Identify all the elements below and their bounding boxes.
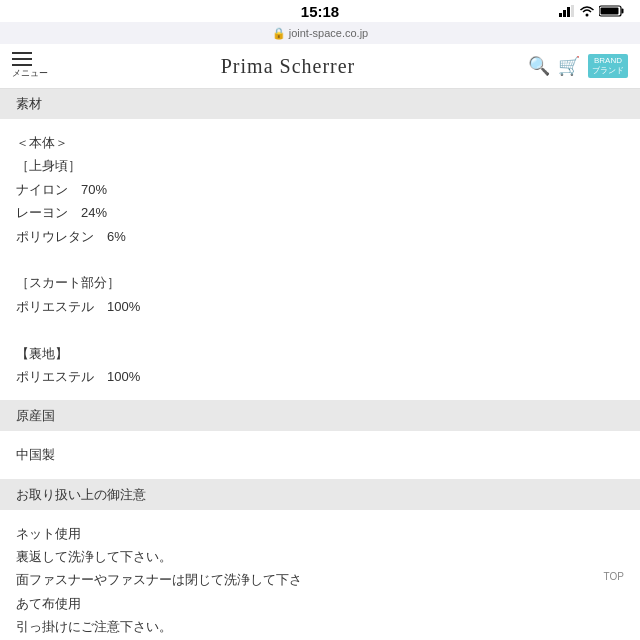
url-text: joint-space.co.jp (289, 27, 369, 39)
origin-section: 原産国 中国製 (0, 401, 640, 478)
care-header: お取り扱い上の御注意 (0, 480, 640, 510)
status-icons (559, 5, 624, 17)
svg-rect-0 (559, 13, 562, 17)
brand-badge-line1: BRAND (592, 56, 624, 66)
brand-name[interactable]: Prima Scherrer (221, 55, 356, 78)
menu-line-1 (12, 52, 32, 54)
svg-rect-6 (622, 9, 624, 14)
svg-point-4 (586, 14, 589, 17)
menu-line-3 (12, 64, 32, 66)
nav-right: 🔍 🛒 BRAND ブランド (528, 54, 628, 77)
material-section: 素材 ＜本体＞ ［上身頃］ ナイロン 70% レーヨン 24% ポリウレタン 6… (0, 89, 640, 400)
top-button[interactable]: TOP (604, 568, 624, 586)
url-bar: 🔒 joint-space.co.jp (0, 22, 640, 44)
care-section: お取り扱い上の御注意 ネット使用 裏返して洗浄して下さい。 面ファスナーやファス… (0, 480, 640, 633)
cart-icon[interactable]: 🛒 (558, 55, 580, 77)
origin-content: 中国製 (0, 431, 640, 478)
menu-label: メニュー (12, 67, 48, 80)
main-content: 素材 ＜本体＞ ［上身頃］ ナイロン 70% レーヨン 24% ポリウレタン 6… (0, 89, 640, 633)
status-bar: 15:18 (0, 0, 640, 22)
brand-badge[interactable]: BRAND ブランド (588, 54, 628, 77)
menu-button[interactable]: メニュー (12, 52, 48, 80)
svg-rect-7 (601, 8, 619, 15)
brand-badge-line2: ブランド (592, 66, 624, 76)
signal-icon (559, 5, 575, 17)
status-time: 15:18 (301, 3, 339, 20)
menu-line-2 (12, 58, 32, 60)
battery-icon (599, 5, 624, 17)
navbar: メニュー Prima Scherrer 🔍 🛒 BRAND ブランド (0, 44, 640, 89)
svg-rect-3 (571, 5, 574, 17)
svg-rect-1 (563, 10, 566, 17)
search-icon[interactable]: 🔍 (528, 55, 550, 77)
material-header: 素材 (0, 89, 640, 119)
wifi-icon (579, 5, 595, 17)
material-content: ＜本体＞ ［上身頃］ ナイロン 70% レーヨン 24% ポリウレタン 6% ［… (0, 119, 640, 400)
svg-rect-2 (567, 7, 570, 17)
lock-icon: 🔒 (272, 27, 286, 40)
care-content: ネット使用 裏返して洗浄して下さい。 面ファスナーやファスナーは閉じて洗浄して下… (0, 510, 640, 633)
origin-header: 原産国 (0, 401, 640, 431)
